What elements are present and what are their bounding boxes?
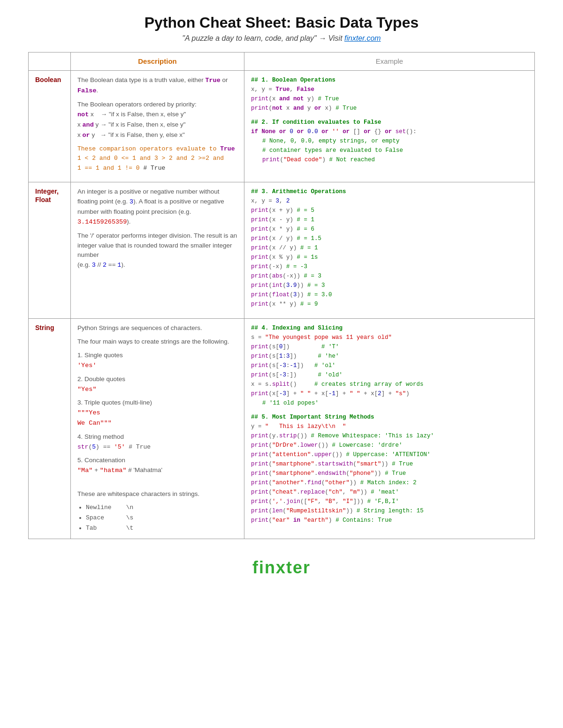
logo-letter-r: r <box>303 558 311 577</box>
example-header-label: Example <box>376 57 403 65</box>
logo-letter-t: t <box>286 558 293 577</box>
page-subtitle: "A puzzle a day to learn, code, and play… <box>28 34 535 43</box>
integer-type-label: Integer,Float <box>35 188 59 203</box>
table-header-row: Description Example <box>29 53 535 71</box>
boolean-description: The Boolean data type is a truth value, … <box>71 71 244 182</box>
desc-header-label: Description <box>138 57 177 65</box>
string-description: Python Strings are sequences of characte… <box>71 318 244 539</box>
logo-letter-f: f <box>252 558 259 577</box>
subtitle-text: "A puzzle a day to learn, code, and play… <box>182 34 344 42</box>
boolean-example: ## 1. Boolean Operations x, y = True, Fa… <box>244 71 535 182</box>
type-integer: Integer,Float <box>29 182 71 318</box>
page-title: Python Cheat Sheet: Basic Data Types <box>28 14 535 31</box>
integer-description: An integer is a positive or negative num… <box>71 182 244 318</box>
logo-letter-x: x <box>276 558 286 577</box>
string-type-label: String <box>35 324 54 331</box>
table-row-string: String Python Strings are sequences of c… <box>29 318 535 539</box>
integer-example: ## 3. Arithmetic Operations x, y = 3, 2 … <box>244 182 535 318</box>
logo-letter-e: e <box>293 558 303 577</box>
type-string: String <box>29 318 71 539</box>
boolean-type-label: Boolean <box>35 76 61 83</box>
table-row-integer: Integer,Float An integer is a positive o… <box>29 182 535 318</box>
table-row-boolean: Boolean The Boolean data type is a truth… <box>29 71 535 182</box>
col-desc-header: Description <box>71 53 244 71</box>
type-boolean: Boolean <box>29 71 71 182</box>
cheatsheet-table: Description Example Boolean The Boolean … <box>28 52 535 539</box>
logo-letter-n: n <box>265 558 276 577</box>
col-type-header <box>29 53 71 71</box>
string-example: ## 4. Indexing and Slicing s = "The youn… <box>244 318 535 539</box>
col-example-header: Example <box>244 53 535 71</box>
finxter-link[interactable]: finxter.com <box>344 34 381 42</box>
finxter-logo: finxter <box>28 558 535 578</box>
logo-letter-i: i <box>259 558 265 577</box>
